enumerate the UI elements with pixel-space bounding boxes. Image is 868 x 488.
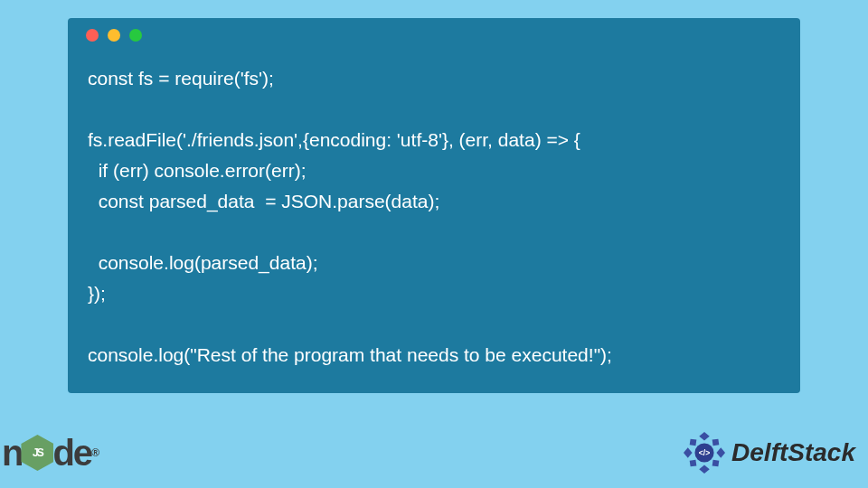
delftstack-logo: </> DelftStack bbox=[683, 431, 855, 474]
delftstack-label: DelftStack bbox=[731, 438, 855, 467]
code-glyph-icon: </> bbox=[699, 448, 710, 457]
svg-marker-7 bbox=[712, 460, 720, 467]
node-hex-icon: JS bbox=[20, 433, 54, 473]
svg-marker-6 bbox=[690, 460, 697, 467]
code-block: const fs = require('fs'); fs.readFile('.… bbox=[68, 52, 800, 390]
svg-marker-4 bbox=[690, 439, 697, 446]
minimize-icon[interactable] bbox=[108, 29, 120, 42]
delftstack-emblem-icon: </> bbox=[683, 431, 726, 474]
nodejs-logo: n JS de ® bbox=[2, 433, 98, 474]
svg-marker-1 bbox=[699, 465, 710, 474]
svg-marker-2 bbox=[684, 447, 693, 458]
registered-mark: ® bbox=[91, 446, 98, 459]
svg-marker-5 bbox=[712, 439, 720, 446]
node-letters-de: de bbox=[52, 433, 91, 474]
close-icon[interactable] bbox=[86, 29, 99, 42]
code-window: const fs = require('fs'); fs.readFile('.… bbox=[68, 18, 800, 393]
node-hex-text: JS bbox=[33, 446, 42, 459]
node-letter-n: n bbox=[2, 433, 22, 474]
window-titlebar bbox=[68, 18, 800, 52]
svg-marker-0 bbox=[699, 432, 710, 441]
footer-bar: n JS de ® </> Delf bbox=[0, 418, 868, 488]
svg-marker-3 bbox=[717, 447, 726, 458]
maximize-icon[interactable] bbox=[129, 29, 142, 42]
